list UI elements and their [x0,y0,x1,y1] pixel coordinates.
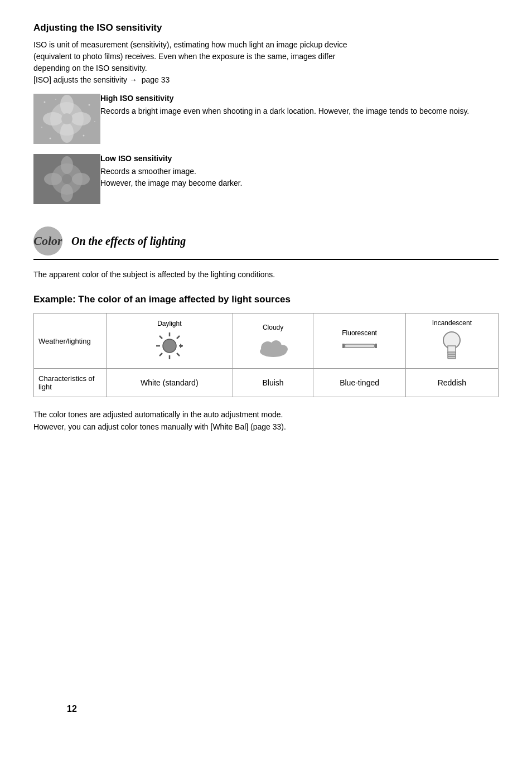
svg-point-10 [41,127,42,128]
high-iso-svg [33,94,100,144]
svg-point-7 [44,102,46,103]
color-badge-text: Color [33,234,62,248]
svg-line-26 [177,353,180,356]
low-iso-svg [33,154,100,204]
daylight-label: Daylight [111,320,228,327]
svg-line-25 [159,336,162,339]
svg-point-9 [89,104,90,106]
iso-section: Adjusting the ISO sensitivity ISO is uni… [33,22,499,204]
table-label-weather: Weather/lighting [34,314,107,369]
svg-point-19 [72,173,90,185]
low-iso-text: Low ISO sensitivity Records a smoother i… [100,154,242,189]
cloudy-label: Cloudy [238,324,309,331]
iso-description: ISO is unit of measurement (sensitivity)… [33,39,499,86]
svg-line-28 [159,353,162,356]
svg-point-5 [71,112,91,126]
table-cell-incandescent-icon: Incandescent [405,314,498,369]
svg-point-16 [61,156,73,174]
color-notes-line2: However, you can adjust color tones manu… [33,421,499,433]
svg-point-34 [277,345,288,354]
high-iso-title: High ISO sensitivity [100,94,469,103]
svg-point-3 [60,123,74,143]
iso-desc-line3: depending on the ISO sensitivity. [33,64,147,73]
color-intro: The apparent color of the subject is aff… [33,269,499,281]
svg-rect-40 [448,352,456,359]
color-notes: The color tones are adjusted automatical… [33,408,499,433]
color-notes-line1: The color tones are adjusted automatical… [33,408,499,421]
table-cell-white: White (standard) [107,369,233,397]
svg-rect-37 [345,344,375,348]
table-label-characteristics: Characteristics of light [34,369,107,397]
low-iso-item: Low ISO sensitivity Records a smoother i… [33,154,499,204]
high-iso-item: High ISO sensitivity Records a bright im… [33,94,499,144]
table-cell-reddish: Reddish [405,369,498,397]
iso-desc-line1: ISO is unit of measurement (sensitivity)… [33,40,347,49]
table-cell-fluorescent-icon: Fluorescent [313,314,405,369]
low-iso-desc-line1: Records a smoother image. [100,167,196,176]
low-iso-title: Low ISO sensitivity [100,154,242,163]
page-number: 12 [67,704,77,714]
svg-point-20 [62,174,72,184]
high-iso-text: High ISO sensitivity Records a bright im… [100,94,469,117]
svg-point-18 [44,173,62,185]
table-cell-bluetinged: Blue-tinged [313,369,405,397]
svg-rect-39 [448,346,456,353]
svg-point-29 [163,339,176,353]
iso-desc-line4: [ISO] adjusts the sensitivity → page 33 [33,75,170,84]
table-cell-cloudy-icon: Cloudy [233,314,313,369]
cloud-icon [257,335,290,357]
fluorescent-icon [340,340,379,351]
table-icon-row: Weather/lighting Daylight [34,314,499,369]
low-iso-desc-line2: However, the image may become darker. [100,179,242,187]
high-iso-image [33,94,100,144]
svg-point-2 [60,95,74,115]
incandescent-label: Incandescent [410,319,494,327]
color-header-subtitle: On the effects of lighting [71,235,186,248]
svg-point-17 [61,184,73,202]
table-cell-bluish: Bluish [233,369,313,397]
high-iso-desc: Records a bright image even when shootin… [100,105,469,117]
svg-point-8 [55,99,56,100]
svg-point-6 [61,113,72,124]
table-characteristics-row: Characteristics of light White (standard… [34,369,499,397]
svg-point-12 [94,121,95,122]
svg-point-4 [43,112,63,126]
low-iso-image [33,154,100,204]
bulb-icon [441,330,463,361]
example-title: Example: The color of an image affected … [33,294,499,305]
svg-point-11 [83,135,85,137]
light-table: Weather/lighting Daylight [33,313,499,397]
color-header: Color On the effects of lighting [33,226,499,260]
iso-section-title: Adjusting the ISO sensitivity [33,22,499,33]
svg-marker-30 [180,344,183,348]
fluorescent-label: Fluorescent [318,329,400,337]
low-iso-desc: Records a smoother image. However, the i… [100,166,242,189]
svg-point-13 [50,138,51,139]
iso-desc-line2: (equivalent to photo films) receives. Ev… [33,52,335,61]
color-badge: Color [33,226,62,255]
table-cell-daylight-icon: Daylight [107,314,233,369]
svg-line-27 [177,336,180,339]
color-section: Color On the effects of lighting The app… [33,226,499,433]
sun-icon [154,331,185,361]
